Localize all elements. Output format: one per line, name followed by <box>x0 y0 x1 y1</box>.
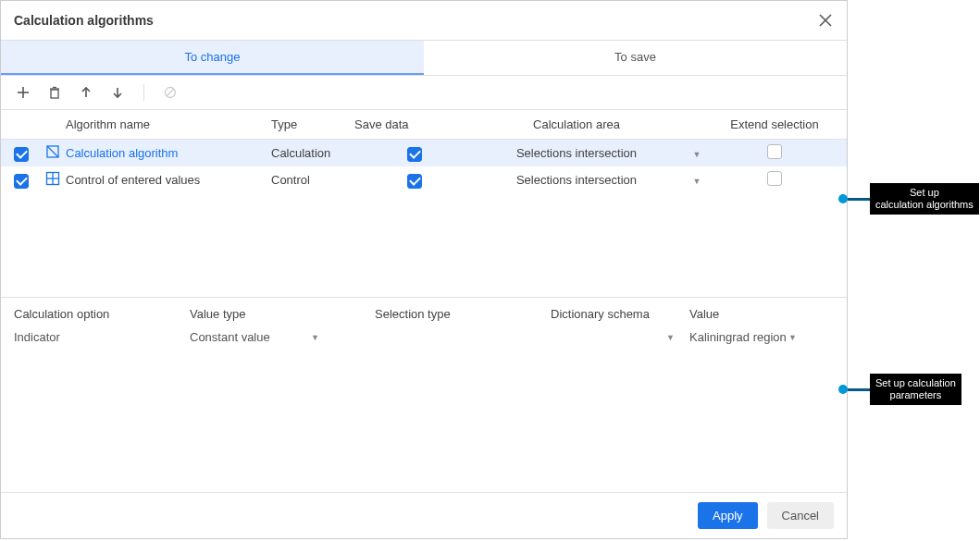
chevron-down-icon: ▼ <box>311 333 319 342</box>
save-data-checkbox[interactable] <box>407 174 422 189</box>
callout-pin-icon <box>838 194 848 203</box>
grid-header: Algorithm name Type Save data Calculatio… <box>1 110 847 140</box>
lh-calc-option: Calculation option <box>14 307 190 321</box>
tab-to-change[interactable]: To change <box>1 41 424 75</box>
dialog-footer: Apply Cancel <box>1 492 847 538</box>
cell-area: Selections intersection <box>475 146 678 160</box>
col-type: Type <box>271 117 354 131</box>
callout-line2: calculation algorithms <box>875 199 974 211</box>
callout-line2: parameters <box>875 389 956 401</box>
callout-line1: Set up calculation <box>875 377 956 389</box>
col-calc-area: Calculation area <box>475 117 678 131</box>
svg-line-12 <box>47 146 58 157</box>
callout-top: Set up calculation algorithms <box>838 183 979 215</box>
dialog-title: Calculation algorithms <box>14 13 154 28</box>
col-extend-selection: Extend selection <box>715 117 834 131</box>
toolbar <box>1 76 847 110</box>
chevron-down-icon: ▼ <box>788 333 797 342</box>
table-row[interactable]: Control of entered values Control Select… <box>1 166 847 193</box>
col-save-data: Save data <box>354 117 475 131</box>
delete-icon[interactable] <box>45 83 64 102</box>
cell-type: Calculation <box>271 146 354 160</box>
cancel-button[interactable]: Cancel <box>767 502 834 529</box>
cell-name: Calculation algorithm <box>66 146 271 160</box>
extend-checkbox[interactable] <box>767 171 782 186</box>
col-algorithm-name: Algorithm name <box>66 117 271 131</box>
add-icon[interactable] <box>14 83 32 102</box>
lr-value-type-text: Constant value <box>190 330 270 344</box>
save-data-checkbox[interactable] <box>407 147 422 162</box>
lr-calc-option: Indicator <box>14 330 190 344</box>
area-dropdown-icon[interactable]: ▼ <box>693 177 701 186</box>
svg-rect-4 <box>51 90 58 98</box>
toolbar-separator <box>143 84 144 101</box>
dialog-header: Calculation algorithms <box>1 1 847 40</box>
move-up-icon[interactable] <box>77 83 95 102</box>
lh-value: Value <box>689 307 834 321</box>
lower-header: Calculation option Value type Selection … <box>14 307 834 321</box>
move-down-icon[interactable] <box>108 83 127 102</box>
area-dropdown-icon[interactable]: ▼ <box>693 150 701 159</box>
lr-value-text: Kaliningrad region <box>689 330 787 344</box>
tab-to-save[interactable]: To save <box>424 41 847 75</box>
grid-body: Calculation algorithm Calculation Select… <box>1 140 847 297</box>
row-checkbox[interactable] <box>14 174 29 189</box>
svg-line-10 <box>167 89 174 96</box>
callout-line <box>848 388 870 391</box>
apply-button[interactable]: Apply <box>698 502 758 529</box>
value-dropdown[interactable]: Kaliningrad region▼ <box>689 330 834 344</box>
tab-bar: To change To save <box>1 40 847 76</box>
table-row[interactable]: Calculation algorithm Calculation Select… <box>1 140 847 166</box>
disable-icon <box>161 83 180 102</box>
chevron-down-icon: ▼ <box>666 333 675 342</box>
calculation-algorithms-dialog: Calculation algorithms To change To save… <box>0 0 848 539</box>
control-icon <box>45 171 60 186</box>
lower-row[interactable]: Indicator Constant value▼ ▼ Kaliningrad … <box>14 330 834 344</box>
lower-panel: Calculation option Value type Selection … <box>1 297 847 344</box>
row-checkbox[interactable] <box>14 147 29 162</box>
lh-value-type: Value type <box>190 307 375 321</box>
callout-pin-icon <box>838 385 848 394</box>
dict-schema-dropdown[interactable]: ▼ <box>551 333 689 342</box>
cell-area: Selections intersection <box>475 173 678 187</box>
lh-selection-type: Selection type <box>375 307 551 321</box>
callout-line <box>848 198 870 201</box>
callout-bottom: Set up calculation parameters <box>838 374 961 405</box>
lh-dict-schema: Dictionary schema <box>551 307 689 321</box>
cell-type: Control <box>271 173 354 187</box>
cell-name: Control of entered values <box>66 173 271 187</box>
callout-box: Set up calculation algorithms <box>870 183 979 215</box>
extend-checkbox[interactable] <box>767 144 782 159</box>
close-icon[interactable] <box>817 12 834 29</box>
value-type-dropdown[interactable]: Constant value▼ <box>190 330 375 344</box>
callout-line1: Set up <box>875 187 974 199</box>
callout-box: Set up calculation parameters <box>870 374 961 405</box>
calc-algo-icon <box>45 144 60 159</box>
